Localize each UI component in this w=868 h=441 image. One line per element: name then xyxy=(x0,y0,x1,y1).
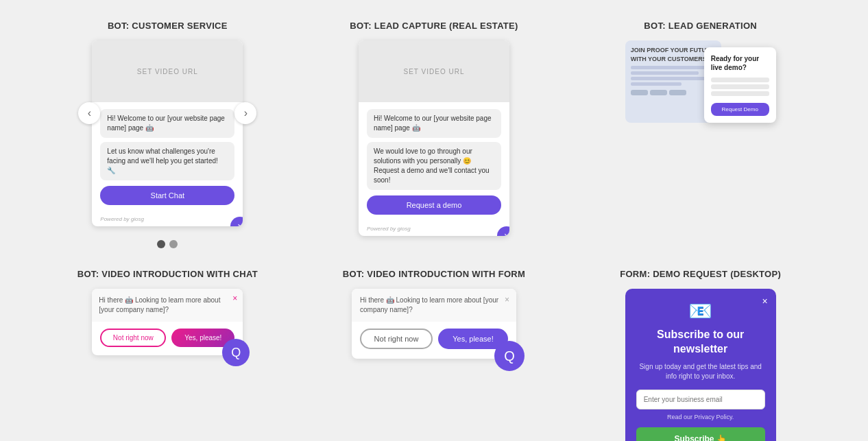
intro-card-chat: Hi there 🤖 Looking to learn more about [… xyxy=(92,289,243,355)
intro-footer-chat: Not right now Yes, please! xyxy=(92,322,243,355)
intro-header-form: Hi there 🤖 Looking to learn more about [… xyxy=(352,289,516,322)
form-field-1 xyxy=(711,78,769,82)
chat-body: Hi! Welcome to our [your website page na… xyxy=(92,102,243,212)
main-grid: BOT: CUSTOMER SERVICE ‹ SET VIDEO URL Hi… xyxy=(14,14,854,441)
demo-left-title: JOIN PROOF YOUR FUTURE WITH YOUR CUSTOME… xyxy=(631,46,716,63)
start-chat-button[interactable]: Start Chat xyxy=(100,186,234,205)
intro-footer-form: Not right now Yes, please! xyxy=(352,322,516,359)
nav-arrow-left[interactable]: ‹ xyxy=(78,102,100,124)
cell-title-video-chat: BOT: VIDEO INTRODUCTION WITH CHAT xyxy=(77,269,258,279)
powered-by: Powered by giosg × xyxy=(92,212,243,226)
cell-demo-desktop: FORM: DEMO REQUEST (DESKTOP) × 📧 Subscri… xyxy=(574,269,827,441)
video-placeholder-2: SET VIDEO URL xyxy=(359,40,509,102)
subscribe-card: × 📧 Subscribe to our newsletter Sign up … xyxy=(625,289,776,441)
quriobot-icon-form: Q xyxy=(494,341,525,371)
close-button-2[interactable]: × xyxy=(497,226,509,236)
chat-bubble-4: We would love to go through our solution… xyxy=(367,142,501,190)
chat-bubble-1: Hi! Welcome to our [your website page na… xyxy=(100,109,234,138)
subscribe-subtitle: Sign up today and get the latest tips an… xyxy=(636,362,765,381)
cell-title-demo-desktop: FORM: DEMO REQUEST (DESKTOP) xyxy=(620,269,781,279)
demo-submit-button[interactable]: Request Demo xyxy=(711,103,769,116)
cell-lead-capture: BOT: LEAD CAPTURE (REAL ESTATE) SET VIDE… xyxy=(308,21,561,248)
subscribe-icon: 📧 xyxy=(636,300,765,322)
quriobot-icon: Q xyxy=(222,339,250,366)
privacy-text: Read our Privacy Policy. xyxy=(636,414,765,420)
request-demo-button[interactable]: Request a demo xyxy=(367,195,501,215)
nav-dot-2[interactable] xyxy=(169,240,178,248)
chat-bubble-2: Let us know what challenges you're facin… xyxy=(100,142,234,180)
cell-title-lead-capture: BOT: LEAD CAPTURE (REAL ESTATE) xyxy=(350,21,518,31)
form-field-2 xyxy=(711,84,769,89)
cell-title-customer-service: BOT: CUSTOMER SERVICE xyxy=(108,21,228,31)
intro-close-x-form[interactable]: × xyxy=(505,294,509,306)
demo-tags xyxy=(631,90,716,95)
cell-title-lead-generation: BOT: LEAD GENERATION xyxy=(644,21,757,31)
video-placeholder: SET VIDEO URL xyxy=(92,40,243,102)
nav-dot-1[interactable] xyxy=(157,240,165,248)
demo-form-container: JOIN PROOF YOUR FUTURE WITH YOUR CUSTOME… xyxy=(625,40,776,130)
subscribe-close[interactable]: × xyxy=(762,296,767,307)
not-now-button-form[interactable]: Not right now xyxy=(360,329,433,349)
demo-line-3 xyxy=(631,77,716,80)
cell-lead-generation: BOT: LEAD GENERATION JOIN PROOF YOUR FUT… xyxy=(574,21,827,248)
demo-popup-title: Ready for your live demo? xyxy=(711,54,769,72)
bot-card-customer-service: SET VIDEO URL Hi! Welcome to our [your w… xyxy=(92,40,243,226)
demo-popup: Ready for your live demo? Request Demo xyxy=(704,47,776,123)
demo-line-1 xyxy=(631,66,716,69)
demo-tag-3 xyxy=(669,90,686,95)
demo-line-2 xyxy=(631,71,699,75)
email-input[interactable] xyxy=(636,390,765,409)
chat-bubble-3: Hi! Welcome to our [your website page na… xyxy=(367,109,501,138)
not-now-button[interactable]: Not right now xyxy=(100,329,166,347)
chat-body-2: Hi! Welcome to our [your website page na… xyxy=(359,102,509,222)
form-field-3 xyxy=(711,91,769,96)
intro-card-form: Hi there 🤖 Looking to learn more about [… xyxy=(352,289,516,359)
subscribe-button[interactable]: Subscribe 👆 xyxy=(636,427,765,441)
intro-chat-wrapper: Hi there 🤖 Looking to learn more about [… xyxy=(92,289,243,355)
cell-video-intro-form: BOT: VIDEO INTRODUCTION WITH FORM Hi the… xyxy=(308,269,561,441)
demo-tag-2 xyxy=(650,90,667,95)
nav-dots xyxy=(157,240,178,248)
intro-form-wrapper: Hi there 🤖 Looking to learn more about [… xyxy=(352,289,516,359)
powered-by-2: Powered by giosg × xyxy=(359,222,509,236)
close-button[interactable]: × xyxy=(230,217,243,226)
nav-arrow-right[interactable]: › xyxy=(234,102,256,124)
cell-customer-service: BOT: CUSTOMER SERVICE ‹ SET VIDEO URL Hi… xyxy=(41,21,294,248)
cell-video-intro-chat: BOT: VIDEO INTRODUCTION WITH CHAT Hi the… xyxy=(41,269,294,441)
cell-title-video-form: BOT: VIDEO INTRODUCTION WITH FORM xyxy=(343,269,525,279)
subscribe-title: Subscribe to our newsletter xyxy=(636,328,765,357)
intro-close-x[interactable]: × xyxy=(232,293,237,305)
demo-form-fields xyxy=(711,78,769,96)
demo-line-4 xyxy=(631,82,682,86)
intro-header-chat: Hi there 🤖 Looking to learn more about [… xyxy=(92,289,243,322)
demo-tag-1 xyxy=(631,90,648,95)
bot-card-lead-capture: SET VIDEO URL Hi! Welcome to our [your w… xyxy=(359,40,509,236)
